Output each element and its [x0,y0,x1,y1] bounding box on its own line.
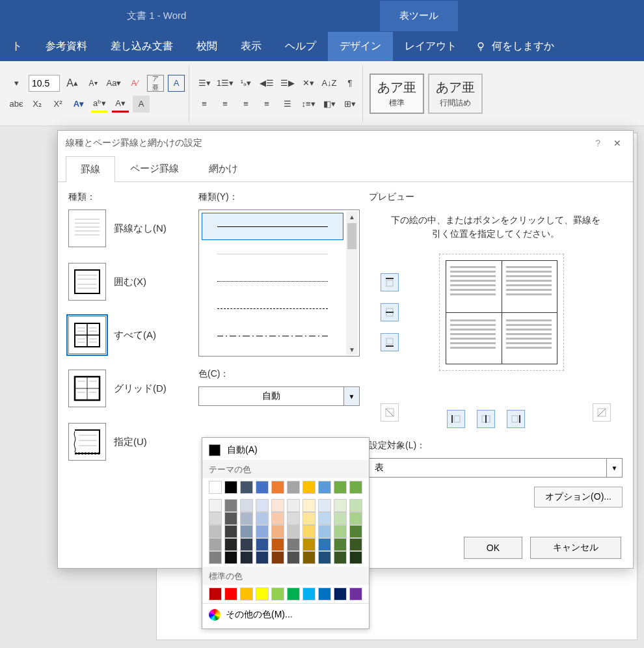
style-normal[interactable]: あア亜 標準 [369,74,424,114]
color-swatch[interactable] [349,551,362,564]
color-swatch[interactable] [240,551,253,564]
color-swatch[interactable] [334,587,347,601]
color-swatch[interactable] [302,499,315,512]
color-swatch[interactable] [302,512,315,525]
color-swatch[interactable] [209,481,222,494]
color-swatch[interactable] [224,551,237,564]
color-swatch[interactable] [256,587,269,601]
decrease-indent-icon[interactable]: ◀☰ [258,75,275,92]
scroll-thumb[interactable] [347,223,356,249]
color-swatch[interactable] [349,587,362,601]
dropdown-arrow-icon[interactable]: ▾ [8,75,25,92]
color-swatch[interactable] [334,551,347,564]
ribbon-tab-review[interactable]: 校閲 [185,32,229,61]
clear-format-icon[interactable]: A⁄ [126,75,143,92]
color-swatch[interactable] [271,587,284,601]
color-swatch[interactable] [287,551,300,564]
apply-to-select[interactable]: 表 ▼ [369,458,623,478]
color-swatch[interactable] [349,525,362,538]
subscript-icon[interactable]: X₂ [29,96,46,113]
distribute-icon[interactable]: ☰ [279,96,296,113]
change-case-icon[interactable]: Aa▾ [105,75,122,92]
color-swatch[interactable] [209,551,222,564]
color-swatch[interactable] [224,499,237,512]
ribbon-tab-mailings[interactable]: 差し込み文書 [99,32,185,61]
color-swatch[interactable] [256,512,269,525]
align-left-icon[interactable]: ≡ [196,96,213,113]
line-spacing-icon[interactable]: ↕≡▾ [300,96,317,113]
color-swatch[interactable] [318,587,331,601]
tab-page-border[interactable]: ページ罫線 [115,155,194,182]
ribbon-tab-help[interactable]: ヘルプ [273,32,328,61]
line-style-dashed-fine[interactable] [202,267,343,295]
shrink-font-icon[interactable]: A▾ [85,75,101,92]
color-swatch[interactable] [209,499,222,512]
highlight-icon[interactable]: aᵇ▾ [91,96,108,113]
color-swatch[interactable] [256,525,269,538]
tell-me-search[interactable]: 何をしますか [475,40,554,53]
color-swatch[interactable] [209,587,222,601]
justify-icon[interactable]: ≡ [258,96,275,113]
dialog-close-icon[interactable]: ✕ [610,135,625,151]
border-diag-down-button[interactable] [381,403,399,422]
setting-all[interactable]: すべて(A) [68,316,189,354]
color-swatch[interactable] [271,481,284,494]
color-swatch[interactable] [318,551,331,564]
line-style-hairline[interactable] [202,240,343,267]
preview-sample[interactable] [446,260,557,364]
color-swatch[interactable] [318,481,331,494]
color-swatch[interactable] [240,481,253,494]
color-swatch[interactable] [334,499,347,512]
scroll-down-icon[interactable]: ▼ [346,344,358,355]
color-swatch[interactable] [302,551,315,564]
setting-box[interactable]: 囲む(X) [68,263,189,301]
color-swatch[interactable] [240,525,253,538]
color-swatch[interactable] [334,525,347,538]
color-swatch[interactable] [287,525,300,538]
color-swatch[interactable] [224,538,237,551]
tab-shading[interactable]: 網かけ [194,155,253,182]
setting-grid[interactable]: グリッド(D) [68,370,189,407]
show-marks-icon[interactable]: ¶ [342,75,358,92]
border-hmid-button[interactable] [381,303,399,321]
color-swatch[interactable] [271,512,284,525]
superscript-icon[interactable]: X² [49,96,66,113]
color-swatch[interactable] [271,499,284,512]
color-swatch[interactable] [287,538,300,551]
color-swatch[interactable] [349,481,362,494]
align-right-icon[interactable]: ≡ [237,96,254,113]
color-swatch[interactable] [318,512,331,525]
options-button[interactable]: オプション(O)... [534,487,623,507]
color-swatch[interactable] [287,481,300,494]
color-swatch[interactable] [256,538,269,551]
strikethrough-icon[interactable]: abє [8,96,25,113]
ribbon-tab-design[interactable]: デザイン [328,32,393,61]
multilevel-icon[interactable]: ¹ₐ▾ [237,75,254,92]
borders-icon[interactable]: ⊞▾ [342,96,358,113]
line-style-list[interactable]: ▲ ▼ [198,209,360,357]
border-top-button[interactable] [381,273,399,291]
border-vmid-button[interactable] [477,410,495,428]
color-swatch[interactable] [240,499,253,512]
align-center-icon[interactable]: ≡ [217,96,234,113]
border-right-button[interactable] [507,410,525,428]
color-swatch[interactable] [256,551,269,564]
color-swatch[interactable] [224,525,237,538]
color-swatch[interactable] [287,512,300,525]
cancel-button[interactable]: キャンセル [530,537,621,559]
color-swatch[interactable] [318,538,331,551]
color-swatch[interactable] [287,499,300,512]
dropdown-arrow-icon[interactable]: ▼ [606,459,622,477]
ribbon-tab-layout[interactable]: レイアウト [393,32,468,61]
color-swatch[interactable] [302,538,315,551]
color-swatch[interactable] [334,538,347,551]
phonetic-guide-icon[interactable]: ア亜 [147,75,164,92]
color-swatch[interactable] [349,538,362,551]
color-swatch[interactable] [334,512,347,525]
color-swatch[interactable] [240,587,253,601]
font-color-icon[interactable]: A▾ [112,96,129,113]
color-swatch[interactable] [256,499,269,512]
color-swatch[interactable] [287,587,300,601]
tab-borders[interactable]: 罫線 [66,156,115,182]
color-swatch[interactable] [240,538,253,551]
